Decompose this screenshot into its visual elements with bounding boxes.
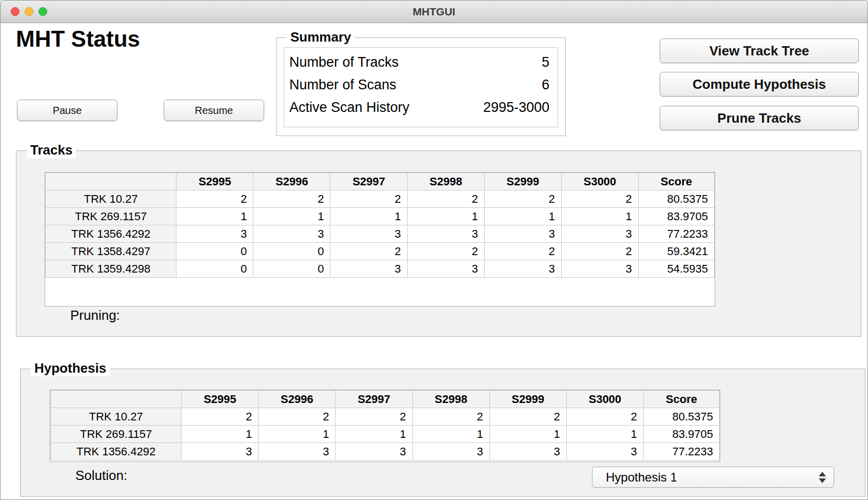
table-cell: 1 [259, 426, 336, 443]
close-button[interactable] [11, 7, 19, 16]
summary-value: 5 [542, 51, 549, 73]
column-header: S2999 [484, 173, 561, 190]
table-row: TRK 1358.429700222259.3421 [46, 243, 715, 260]
table-row: TRK 1356.429233333377.2233 [51, 443, 720, 460]
solution-label: Solution: [75, 468, 127, 484]
zoom-button[interactable] [38, 7, 47, 16]
summary-label: Number of Scans [289, 73, 397, 96]
table-cell: 2 [412, 408, 489, 426]
table-cell: 2 [253, 190, 330, 208]
row-label: TRK 269.1157 [51, 426, 182, 443]
table-cell: 3 [561, 260, 638, 278]
table-cell: 2 [489, 408, 566, 426]
table-cell: 1 [561, 208, 638, 225]
table-cell: 1 [489, 426, 566, 443]
table-cell: 3 [176, 225, 253, 243]
row-label: TRK 1359.4298 [46, 260, 176, 278]
corner-cell [51, 391, 182, 408]
column-header: S2995 [176, 173, 253, 190]
table-cell: 80.5375 [638, 190, 714, 208]
table-cell: 83.9705 [638, 208, 714, 225]
table-cell: 0 [176, 243, 253, 260]
tracks-table: S2995S2996S2997S2998S2999S3000ScoreTRK 1… [45, 172, 715, 306]
summary-row: Active Scan History 2995-3000 [289, 96, 549, 119]
minimize-button[interactable] [25, 7, 33, 16]
column-header: S2995 [182, 391, 259, 408]
header-row: S2995S2996S2997S2998S2999S3000Score [46, 173, 715, 190]
table-cell: 2 [330, 190, 407, 208]
table-cell: 54.5935 [638, 260, 714, 278]
table-cell: 3 [330, 260, 407, 278]
table-cell: 2 [484, 190, 561, 208]
summary-label: Number of Tracks [289, 51, 399, 73]
table-cell: 1 [566, 426, 643, 443]
table-cell: 0 [253, 260, 330, 278]
summary-legend: Summary [287, 29, 355, 45]
pruning-label: Pruning: [70, 307, 120, 323]
column-header: S2998 [412, 391, 489, 408]
column-header: S3000 [561, 173, 638, 190]
row-label: TRK 1358.4297 [46, 243, 176, 260]
table-cell: 2 [330, 243, 407, 260]
table-cell: 3 [412, 443, 489, 460]
table-cell: 2 [561, 243, 638, 260]
row-label: TRK 10.27 [51, 408, 182, 426]
table-cell: 3 [182, 443, 259, 460]
table-cell: 2 [176, 190, 253, 208]
table-cell: 3 [330, 225, 407, 243]
table-cell: 77.2233 [638, 225, 714, 243]
table-cell: 1 [330, 208, 407, 225]
prune-tracks-button[interactable]: Prune Tracks [660, 106, 859, 130]
table-cell: 2 [407, 243, 484, 260]
compute-hypothesis-button[interactable]: Compute Hypothesis [660, 72, 859, 97]
column-header: S2997 [336, 391, 412, 408]
summary-value: 2995-3000 [483, 96, 549, 119]
table-cell: 2 [407, 190, 484, 208]
summary-panel: Summary Number of Tracks 5 Number of Sca… [276, 37, 566, 136]
table-cell: 3 [259, 443, 336, 460]
row-label: TRK 10.27 [46, 190, 176, 208]
table-cell: 1 [253, 208, 330, 225]
table-cell: 3 [253, 225, 330, 243]
page-title: MHT Status [16, 26, 140, 52]
column-header: S3000 [566, 391, 643, 408]
table-cell: 3 [561, 225, 638, 243]
table-cell: 1 [407, 208, 484, 225]
traffic-lights [11, 7, 47, 16]
table-cell: 1 [484, 208, 561, 225]
table-cell: 3 [407, 225, 484, 243]
summary-value: 6 [542, 73, 549, 96]
resume-button[interactable]: Resume [164, 100, 264, 121]
column-header: S2998 [407, 173, 484, 190]
table-cell: 2 [566, 408, 643, 426]
chevron-up-icon [819, 472, 826, 476]
view-track-tree-button[interactable]: View Track Tree [660, 39, 859, 63]
solution-dropdown-value: Hypothesis 1 [606, 470, 677, 485]
table-cell: 83.9705 [643, 426, 719, 443]
table-cell: 1 [336, 426, 412, 443]
tracks-legend: Tracks [27, 142, 76, 158]
table-cell: 3 [484, 225, 561, 243]
summary-row: Number of Scans 6 [289, 73, 549, 96]
column-header: S2999 [489, 391, 566, 408]
tracks-panel: Tracks S2995S2996S2997S2998S2999S3000Sco… [16, 150, 861, 337]
table-cell: 3 [566, 443, 643, 460]
table-cell: 1 [176, 208, 253, 225]
table-cell: 2 [259, 408, 336, 426]
solution-dropdown[interactable]: Hypothesis 1 [592, 467, 834, 488]
row-label: TRK 1356.4292 [46, 225, 176, 243]
table-row: TRK 10.2722222280.5375 [51, 408, 720, 426]
pause-button[interactable]: Pause [17, 100, 117, 121]
table-cell: 1 [182, 426, 259, 443]
table-cell: 0 [253, 243, 330, 260]
table-row: TRK 269.115711111183.9705 [46, 208, 715, 225]
table-cell: 3 [484, 260, 561, 278]
table-row: TRK 1356.429233333377.2233 [46, 225, 715, 243]
column-header: S2997 [330, 173, 407, 190]
summary-table: Number of Tracks 5 Number of Scans 6 Act… [284, 47, 558, 127]
titlebar: MHTGUI [1, 1, 867, 23]
table-cell: 2 [484, 243, 561, 260]
mhtgui-window: MHTGUI MHT Status Summary Number of Trac… [0, 0, 868, 500]
table-cell: 3 [489, 443, 566, 460]
table-cell: 3 [336, 443, 412, 460]
